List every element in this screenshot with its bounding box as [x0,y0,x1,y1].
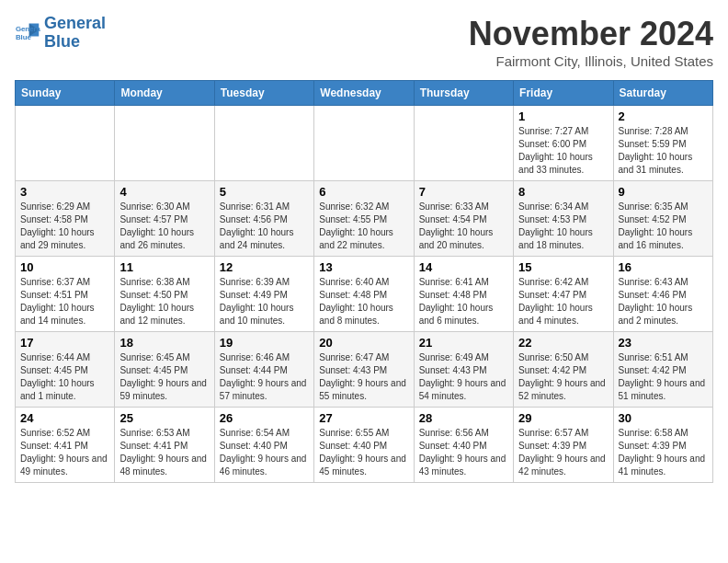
day-number: 27 [319,411,408,425]
header-wednesday: Wednesday [314,81,414,106]
day-number: 24 [20,411,109,425]
calendar-cell: 7Sunrise: 6:33 AM Sunset: 4:54 PM Daylig… [414,181,513,257]
calendar-cell: 5Sunrise: 6:31 AM Sunset: 4:56 PM Daylig… [214,181,313,257]
day-info: Sunrise: 6:39 AM Sunset: 4:49 PM Dayligh… [220,276,309,327]
day-number: 21 [419,336,508,350]
calendar-cell: 25Sunrise: 6:53 AM Sunset: 4:41 PM Dayli… [115,408,214,483]
calendar-week-4: 17Sunrise: 6:44 AM Sunset: 4:45 PM Dayli… [16,332,713,408]
calendar-cell: 30Sunrise: 6:58 AM Sunset: 4:39 PM Dayli… [613,408,712,483]
day-info: Sunrise: 6:30 AM Sunset: 4:57 PM Dayligh… [119,201,209,252]
calendar-header-row: SundayMondayTuesdayWednesdayThursdayFrid… [16,81,713,106]
logo: General Blue General Blue [15,15,106,52]
logo-line2: Blue [44,33,106,52]
day-info: Sunrise: 6:31 AM Sunset: 4:56 PM Dayligh… [220,201,309,252]
calendar-cell: 10Sunrise: 6:37 AM Sunset: 4:51 PM Dayli… [16,257,115,332]
day-info: Sunrise: 6:47 AM Sunset: 4:43 PM Dayligh… [319,351,408,403]
day-info: Sunrise: 6:34 AM Sunset: 4:53 PM Dayligh… [518,201,608,252]
calendar-cell: 8Sunrise: 6:34 AM Sunset: 4:53 PM Daylig… [514,181,613,257]
calendar-week-2: 3Sunrise: 6:29 AM Sunset: 4:58 PM Daylig… [16,181,713,257]
day-number: 17 [20,336,109,350]
calendar-cell: 11Sunrise: 6:38 AM Sunset: 4:50 PM Dayli… [115,257,214,332]
calendar-cell: 22Sunrise: 6:50 AM Sunset: 4:42 PM Dayli… [514,332,613,408]
day-number: 26 [220,411,309,425]
day-number: 5 [220,185,309,199]
day-number: 19 [220,336,309,350]
day-info: Sunrise: 6:41 AM Sunset: 4:48 PM Dayligh… [419,276,508,327]
calendar-cell [414,106,513,181]
calendar-cell: 15Sunrise: 6:42 AM Sunset: 4:47 PM Dayli… [514,257,613,332]
calendar-cell [314,106,414,181]
calendar-cell: 21Sunrise: 6:49 AM Sunset: 4:43 PM Dayli… [414,332,513,408]
calendar-cell: 16Sunrise: 6:43 AM Sunset: 4:46 PM Dayli… [613,257,712,332]
day-number: 13 [319,260,408,274]
calendar-table: SundayMondayTuesdayWednesdayThursdayFrid… [15,80,713,483]
day-number: 15 [518,260,608,274]
logo-icon: General Blue [15,20,40,46]
day-number: 28 [419,411,508,425]
day-info: Sunrise: 6:46 AM Sunset: 4:44 PM Dayligh… [220,351,309,403]
day-info: Sunrise: 6:50 AM Sunset: 4:42 PM Dayligh… [518,351,608,403]
calendar-cell: 27Sunrise: 6:55 AM Sunset: 4:40 PM Dayli… [314,408,414,483]
day-info: Sunrise: 6:58 AM Sunset: 4:39 PM Dayligh… [619,427,708,478]
day-info: Sunrise: 6:51 AM Sunset: 4:42 PM Dayligh… [619,351,708,403]
header-saturday: Saturday [613,81,712,106]
calendar-cell [115,106,214,181]
day-number: 4 [119,185,209,199]
day-number: 12 [220,260,309,274]
day-number: 3 [20,185,109,199]
day-info: Sunrise: 6:45 AM Sunset: 4:45 PM Dayligh… [119,351,209,403]
day-info: Sunrise: 6:29 AM Sunset: 4:58 PM Dayligh… [20,201,109,252]
day-number: 16 [619,260,708,274]
svg-text:Blue: Blue [16,33,32,41]
day-number: 22 [518,336,608,350]
day-info: Sunrise: 6:43 AM Sunset: 4:46 PM Dayligh… [619,276,708,327]
header-tuesday: Tuesday [214,81,313,106]
location-subtitle: Fairmont City, Illinois, United States [469,53,713,69]
day-number: 6 [319,185,408,199]
day-info: Sunrise: 6:53 AM Sunset: 4:41 PM Dayligh… [119,427,209,478]
calendar-cell: 2Sunrise: 7:28 AM Sunset: 5:59 PM Daylig… [613,106,712,181]
header-thursday: Thursday [414,81,513,106]
calendar-cell: 18Sunrise: 6:45 AM Sunset: 4:45 PM Dayli… [115,332,214,408]
header-sunday: Sunday [16,81,115,106]
day-info: Sunrise: 7:27 AM Sunset: 6:00 PM Dayligh… [518,125,608,177]
svg-text:General: General [16,25,40,33]
page-header: General Blue General Blue November 2024 … [15,15,713,69]
day-number: 7 [419,185,508,199]
calendar-cell: 4Sunrise: 6:30 AM Sunset: 4:57 PM Daylig… [115,181,214,257]
day-info: Sunrise: 6:54 AM Sunset: 4:40 PM Dayligh… [220,427,309,478]
calendar-cell: 26Sunrise: 6:54 AM Sunset: 4:40 PM Dayli… [214,408,313,483]
day-info: Sunrise: 6:32 AM Sunset: 4:55 PM Dayligh… [319,201,408,252]
calendar-cell: 20Sunrise: 6:47 AM Sunset: 4:43 PM Dayli… [314,332,414,408]
day-info: Sunrise: 6:40 AM Sunset: 4:48 PM Dayligh… [319,276,408,327]
day-number: 23 [619,336,708,350]
calendar-cell: 3Sunrise: 6:29 AM Sunset: 4:58 PM Daylig… [16,181,115,257]
day-number: 10 [20,260,109,274]
day-number: 8 [518,185,608,199]
day-info: Sunrise: 6:55 AM Sunset: 4:40 PM Dayligh… [319,427,408,478]
calendar-week-1: 1Sunrise: 7:27 AM Sunset: 6:00 PM Daylig… [16,106,713,181]
calendar-cell: 23Sunrise: 6:51 AM Sunset: 4:42 PM Dayli… [613,332,712,408]
header-monday: Monday [115,81,214,106]
day-number: 2 [619,109,708,123]
title-area: November 2024 Fairmont City, Illinois, U… [469,15,713,69]
day-number: 29 [518,411,608,425]
calendar-cell: 19Sunrise: 6:46 AM Sunset: 4:44 PM Dayli… [214,332,313,408]
month-title: November 2024 [469,15,713,53]
day-info: Sunrise: 6:49 AM Sunset: 4:43 PM Dayligh… [419,351,508,403]
day-number: 11 [119,260,209,274]
header-friday: Friday [514,81,613,106]
day-info: Sunrise: 6:52 AM Sunset: 4:41 PM Dayligh… [20,427,109,478]
calendar-cell: 24Sunrise: 6:52 AM Sunset: 4:41 PM Dayli… [16,408,115,483]
calendar-cell: 17Sunrise: 6:44 AM Sunset: 4:45 PM Dayli… [16,332,115,408]
day-number: 1 [518,109,608,123]
calendar-cell: 1Sunrise: 7:27 AM Sunset: 6:00 PM Daylig… [514,106,613,181]
day-number: 18 [119,336,209,350]
day-number: 9 [619,185,708,199]
day-number: 25 [119,411,209,425]
day-number: 30 [619,411,708,425]
calendar-cell [214,106,313,181]
calendar-week-5: 24Sunrise: 6:52 AM Sunset: 4:41 PM Dayli… [16,408,713,483]
logo-text: General Blue [44,15,106,52]
calendar-cell [16,106,115,181]
